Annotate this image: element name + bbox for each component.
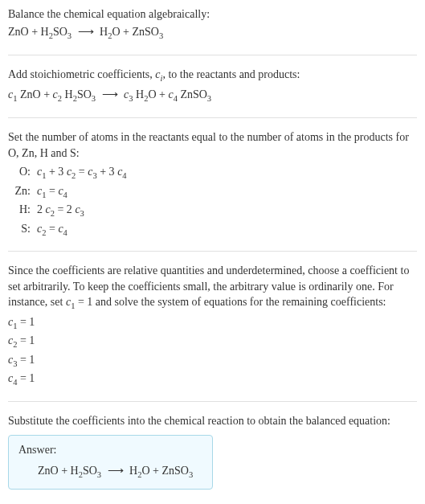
atom-label: S: — [8, 221, 31, 237]
atom-equation: c2 = c4 — [37, 221, 67, 239]
product-2: ZnSO3 — [133, 26, 164, 38]
atom-label: Zn: — [8, 183, 31, 199]
atom-row-o: O: c1 + 3 c2 = c3 + 3 c4 — [8, 164, 417, 182]
reactant-2: H2SO3 — [41, 26, 72, 38]
plus: + — [31, 26, 38, 38]
coefficients-title: Add stoichiometric coefficients, ci, to … — [8, 67, 417, 84]
arrow-icon: ⟶ — [108, 465, 124, 477]
plus: + — [123, 26, 129, 38]
answer-label: Answer: — [18, 442, 202, 458]
section-coefficients: Add stoichiometric coefficients, ci, to … — [8, 67, 417, 118]
plus: + — [61, 465, 67, 477]
solve-title: Since the coefficients are relative quan… — [8, 263, 417, 313]
answer-title: Substitute the coefficients into the che… — [8, 413, 417, 429]
product-1: H2O — [100, 26, 121, 38]
reactant-2: H2SO3 — [71, 465, 102, 477]
atom-row-h: H: 2 c2 = 2 c3 — [8, 202, 417, 219]
atom-balance-title: Set the number of atoms in the reactants… — [8, 129, 417, 161]
plus: + — [153, 465, 159, 477]
section-atom-balance: Set the number of atoms in the reactants… — [8, 129, 417, 252]
atom-label: H: — [8, 202, 31, 218]
atom-balance-table: O: c1 + 3 c2 = c3 + 3 c4 Zn: c1 = c4 H: … — [8, 164, 417, 239]
section-problem: Balance the chemical equation algebraica… — [8, 6, 417, 55]
problem-title: Balance the chemical equation algebraica… — [8, 6, 417, 23]
arrow-icon: ⟶ — [78, 26, 94, 38]
reactant-1: ZnO — [38, 465, 59, 477]
arrow-icon: ⟶ — [102, 88, 118, 100]
atom-row-s: S: c2 = c4 — [8, 221, 417, 239]
section-solve: Since the coefficients are relative quan… — [8, 263, 417, 402]
coefficients-equation: c1 ZnO + c2 H2SO3 ⟶ c3 H2O + c4 ZnSO3 — [8, 87, 417, 104]
reactant-1: ZnO — [8, 26, 29, 38]
atom-label: O: — [8, 164, 31, 180]
atom-row-zn: Zn: c1 = c4 — [8, 183, 417, 201]
coeff-c1: c1 = 1 — [8, 314, 417, 332]
problem-equation: ZnO + H2SO3 ⟶ H2O + ZnSO3 — [8, 24, 417, 42]
coefficient-solutions: c1 = 1 c2 = 1 c3 = 1 c4 = 1 — [8, 314, 417, 389]
answer-box: Answer: ZnO + H2SO3 ⟶ H2O + ZnSO3 — [8, 435, 213, 490]
product-2: ZnSO3 — [162, 465, 194, 477]
atom-equation: c1 + 3 c2 = c3 + 3 c4 — [37, 164, 127, 182]
product-1: H2O — [129, 465, 150, 477]
coeff-c4: c4 = 1 — [8, 371, 417, 388]
atom-equation: 2 c2 = 2 c3 — [37, 202, 84, 219]
atom-equation: c1 = c4 — [37, 183, 67, 201]
section-answer: Substitute the coefficients into the che… — [8, 413, 417, 490]
coeff-c3: c3 = 1 — [8, 352, 417, 370]
coeff-c2: c2 = 1 — [8, 333, 417, 350]
answer-equation: ZnO + H2SO3 ⟶ H2O + ZnSO3 — [18, 463, 202, 481]
